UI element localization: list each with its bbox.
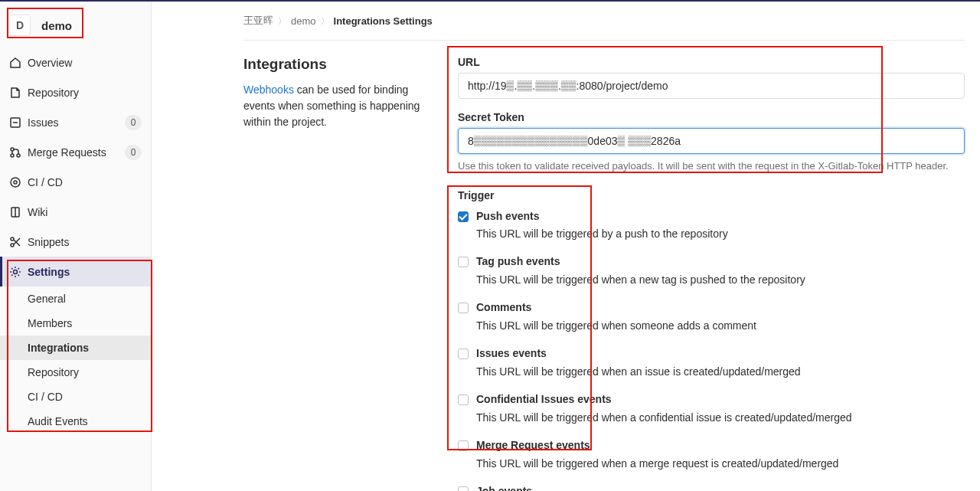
section-description: Webhooks can be used for binding events … <box>243 82 443 130</box>
file-icon <box>9 87 21 99</box>
project-name: demo <box>41 19 72 32</box>
sub-item-label: CI / CD <box>28 391 63 403</box>
trigger-name: Issues events <box>476 346 965 362</box>
book-icon <box>9 206 21 218</box>
svg-point-7 <box>11 244 14 247</box>
svg-point-8 <box>14 270 18 273</box>
chevron-right-icon: 〉 <box>278 15 286 27</box>
sidebar-item-label: Issues <box>28 116 125 129</box>
breadcrumb: 王亚晖 〉 demo 〉 Integrations Settings <box>243 2 965 40</box>
mr-badge: 0 <box>125 145 142 160</box>
trigger-name: Tag push events <box>476 254 965 270</box>
trigger-desc: This URL will be triggered when a new ta… <box>476 271 965 288</box>
sidebar-item-cicd[interactable]: CI / CD <box>0 167 151 197</box>
trigger-item-conf-issues: Confidential Issues events This URL will… <box>458 392 965 426</box>
home-icon <box>9 57 21 69</box>
trigger-item-issues: Issues events This URL will be triggered… <box>458 346 965 380</box>
page-title: Integrations <box>243 56 443 73</box>
breadcrumb-project[interactable]: demo <box>291 15 316 27</box>
sub-item-label: Audit Events <box>28 415 88 427</box>
trigger-name: Comments <box>476 300 965 316</box>
url-label: URL <box>458 56 965 68</box>
sub-item-label: Repository <box>28 366 79 378</box>
scissors-icon <box>9 236 21 248</box>
trigger-checkbox-job[interactable] <box>458 486 469 491</box>
sidebar-item-label: CI / CD <box>28 176 142 188</box>
trigger-checkbox-tag[interactable] <box>458 257 469 267</box>
sidebar-item-merge-requests[interactable]: Merge Requests 0 <box>0 137 151 167</box>
trigger-desc: This URL will be triggered when an issue… <box>476 363 965 380</box>
rocket-icon <box>9 176 21 188</box>
trigger-item-mr: Merge Request events This URL will be tr… <box>458 438 965 472</box>
sub-item-integrations[interactable]: Integrations <box>0 336 151 360</box>
webhooks-link[interactable]: Webhooks <box>243 83 294 96</box>
project-header[interactable]: D demo <box>0 9 151 41</box>
trigger-name: Push events <box>476 209 965 224</box>
trigger-desc: This URL will be triggered when someone … <box>476 317 965 334</box>
trigger-name: Confidential Issues events <box>476 392 965 408</box>
sub-item-members[interactable]: Members <box>0 311 151 336</box>
trigger-label: Trigger <box>458 189 965 201</box>
trigger-checkbox-comments[interactable] <box>458 303 469 313</box>
trigger-name: Job events <box>476 484 965 491</box>
sidebar-item-repository[interactable]: Repository <box>0 77 151 107</box>
sidebar-item-label: Snippets <box>28 236 142 248</box>
token-input[interactable] <box>458 128 965 154</box>
sidebar-item-overview[interactable]: Overview <box>0 47 151 77</box>
trigger-desc: This URL will be triggered when a confid… <box>476 409 965 426</box>
trigger-checkbox-issues[interactable] <box>458 349 469 359</box>
trigger-checkbox-mr[interactable] <box>458 440 469 451</box>
sidebar-item-label: Overview <box>28 57 142 69</box>
trigger-checkbox-conf-issues[interactable] <box>458 394 469 405</box>
sidebar-item-label: Merge Requests <box>28 146 125 159</box>
breadcrumb-page[interactable]: Integrations Settings <box>334 15 433 27</box>
main-content: 王亚晖 〉 demo 〉 Integrations Settings Integ… <box>152 2 980 491</box>
svg-point-5 <box>14 181 17 184</box>
svg-point-6 <box>11 237 14 241</box>
sub-item-label: Members <box>28 317 72 329</box>
sidebar-item-label: Wiki <box>28 206 142 218</box>
svg-point-2 <box>11 154 14 157</box>
sub-item-label: Integrations <box>28 342 89 354</box>
url-input[interactable] <box>458 73 965 99</box>
token-label: Secret Token <box>458 111 965 123</box>
sub-item-cicd[interactable]: CI / CD <box>0 385 151 409</box>
project-avatar: D <box>9 15 31 36</box>
trigger-item-job: Job events This URL will be triggered wh… <box>458 484 965 491</box>
sidebar: D demo Overview Repository Issues 0 Merg… <box>0 2 152 491</box>
merge-icon <box>9 146 21 159</box>
trigger-name: Merge Request events <box>476 438 965 453</box>
trigger-checkbox-push[interactable] <box>458 211 469 222</box>
sidebar-item-wiki[interactable]: Wiki <box>0 197 151 227</box>
trigger-desc: This URL will be triggered when a merge … <box>476 455 965 472</box>
sidebar-item-issues[interactable]: Issues 0 <box>0 107 151 137</box>
issues-badge: 0 <box>125 115 142 130</box>
sub-item-general[interactable]: General <box>0 286 151 311</box>
breadcrumb-user[interactable]: 王亚晖 <box>243 14 273 28</box>
sub-item-label: General <box>28 293 66 305</box>
trigger-item-tag: Tag push events This URL will be trigger… <box>458 254 965 288</box>
svg-point-3 <box>17 154 20 157</box>
token-help-text: Use this token to validate received payl… <box>458 159 965 174</box>
trigger-desc: This URL will be triggered by a push to … <box>476 225 965 242</box>
sidebar-item-snippets[interactable]: Snippets <box>0 227 151 257</box>
svg-point-4 <box>11 178 20 187</box>
sub-item-repository[interactable]: Repository <box>0 360 151 385</box>
sidebar-item-label: Settings <box>28 266 142 278</box>
svg-point-1 <box>11 148 14 151</box>
trigger-item-push: Push events This URL will be triggered b… <box>458 209 965 243</box>
sub-item-audit[interactable]: Audit Events <box>0 409 151 434</box>
issues-icon <box>9 116 21 129</box>
sidebar-item-label: Repository <box>28 87 142 99</box>
sidebar-item-settings[interactable]: Settings <box>0 257 151 286</box>
gear-icon <box>9 266 21 278</box>
trigger-item-comments: Comments This URL will be triggered when… <box>458 300 965 334</box>
settings-submenu: General Members Integrations Repository … <box>0 286 151 434</box>
chevron-right-icon: 〉 <box>321 15 329 27</box>
